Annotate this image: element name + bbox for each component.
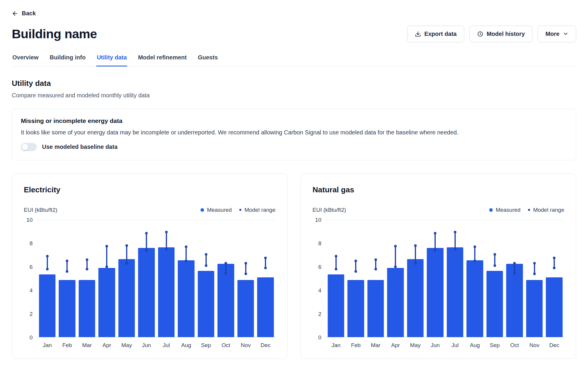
measured-bar-aug bbox=[467, 260, 483, 337]
measured-bar-jun bbox=[138, 248, 155, 337]
more-button[interactable]: More bbox=[538, 26, 576, 42]
model-range-high-dot-dec bbox=[264, 256, 267, 259]
model-range-line-jan bbox=[47, 256, 48, 269]
model-range-high-dot-apr bbox=[394, 245, 397, 248]
header-actions: Export data Model history More bbox=[407, 26, 576, 42]
model-range-line-apr bbox=[106, 246, 107, 267]
model-range-high-dot-jan bbox=[46, 255, 49, 257]
page-title: Building name bbox=[12, 27, 97, 41]
model-range-high-dot-aug bbox=[185, 246, 188, 248]
alert-body: It looks like some of your energy data m… bbox=[21, 129, 567, 136]
measured-bar-jan bbox=[39, 274, 56, 337]
model-range-line-jul bbox=[455, 232, 456, 249]
model-range-low-dot-sep bbox=[493, 264, 496, 267]
y-tick-label: 10 bbox=[315, 217, 321, 222]
chart-column-may bbox=[405, 220, 425, 337]
model-range-line-sep bbox=[206, 254, 207, 266]
y-tick-label: 2 bbox=[29, 311, 33, 316]
x-tick-label: Aug bbox=[465, 342, 485, 349]
model-range-low-dot-jun bbox=[145, 249, 148, 251]
model-range-high-dot-jul bbox=[165, 231, 168, 234]
model-range-high-dot-sep bbox=[205, 253, 207, 256]
chart-column-oct bbox=[216, 220, 236, 337]
model-range-low-dot-oct bbox=[513, 272, 516, 274]
legend-model-range-label: Model range bbox=[533, 207, 564, 213]
tab-overview[interactable]: Overview bbox=[12, 53, 39, 66]
model-range-low-dot-may bbox=[125, 262, 128, 264]
chevron-down-icon bbox=[563, 31, 569, 37]
x-tick-label: Feb bbox=[346, 342, 366, 349]
model-range-low-dot-mar bbox=[86, 268, 88, 270]
tab-building-info[interactable]: Building info bbox=[49, 53, 86, 66]
model-range-high-dot-nov bbox=[533, 262, 536, 264]
y-tick-label: 6 bbox=[29, 264, 33, 269]
y-axis: 0246810 bbox=[24, 220, 37, 337]
toggle-row: Use modeled baseline data bbox=[21, 143, 567, 151]
model-range-ring-icon bbox=[528, 209, 530, 211]
export-data-label: Export data bbox=[424, 31, 457, 37]
chart-column-jul bbox=[156, 220, 176, 337]
chart-column-may bbox=[117, 220, 137, 337]
model-range-high-dot-nov bbox=[244, 262, 247, 264]
model-range-low-dot-mar bbox=[374, 268, 377, 270]
y-tick-label: 6 bbox=[318, 264, 321, 269]
measured-bar-sep bbox=[486, 271, 503, 337]
chart-column-aug bbox=[465, 220, 485, 337]
export-data-button[interactable]: Export data bbox=[407, 26, 464, 42]
tab-utility-data[interactable]: Utility data bbox=[96, 53, 127, 66]
y-tick-label: 8 bbox=[29, 240, 33, 246]
measured-bar-may bbox=[118, 259, 135, 337]
toggle-knob bbox=[22, 144, 28, 150]
section-subtitle: Compare measured and modeled monthly uti… bbox=[12, 92, 576, 99]
model-range-high-dot-may bbox=[414, 244, 417, 247]
model-range-low-dot-jun bbox=[434, 249, 437, 251]
x-tick-label: Jun bbox=[137, 342, 157, 349]
use-modeled-baseline-toggle[interactable] bbox=[21, 143, 37, 151]
model-range-high-dot-jul bbox=[454, 231, 456, 234]
alert-title: Missing or incomplete energy data bbox=[21, 117, 567, 124]
model-range-low-dot-jan bbox=[46, 268, 49, 270]
x-tick-label: May bbox=[405, 342, 425, 349]
model-range-low-dot-dec bbox=[553, 266, 556, 269]
tab-model-refinement[interactable]: Model refinement bbox=[137, 53, 187, 66]
model-range-line-aug bbox=[474, 247, 475, 261]
measured-dot-icon bbox=[201, 208, 204, 212]
measured-bar-feb bbox=[59, 280, 76, 337]
y-tick-label: 4 bbox=[318, 287, 321, 293]
electricity-plot-area bbox=[37, 220, 275, 337]
y-axis-label: EUI (kBtu/ft2) bbox=[24, 207, 57, 213]
legend-measured-label: Measured bbox=[207, 207, 232, 213]
x-tick-label: Nov bbox=[236, 342, 256, 349]
legend-item-model-range: Model range bbox=[528, 207, 564, 213]
charts-row: Electricity EUI (kBtu/ft2) Measured Mode… bbox=[12, 173, 576, 368]
x-tick-label: Mar bbox=[77, 342, 97, 349]
model-range-line-apr bbox=[395, 246, 396, 267]
chart-legend: Measured Model range bbox=[489, 207, 564, 213]
tab-bar: Overview Building info Utility data Mode… bbox=[12, 53, 576, 66]
model-range-low-dot-feb bbox=[355, 270, 357, 273]
x-tick-label: Jan bbox=[326, 342, 346, 349]
chart-column-feb bbox=[346, 220, 366, 337]
chart-column-jan bbox=[326, 220, 346, 337]
legend-item-measured: Measured bbox=[489, 207, 521, 213]
model-range-high-dot-jan bbox=[335, 255, 337, 257]
measured-dot-icon bbox=[489, 208, 493, 212]
model-range-low-dot-apr bbox=[106, 265, 108, 268]
measured-bar-mar bbox=[367, 280, 384, 337]
model-history-button[interactable]: Model history bbox=[470, 26, 532, 42]
x-tick-label: Apr bbox=[97, 342, 117, 349]
y-tick-label: 8 bbox=[318, 240, 321, 246]
chart-title: Electricity bbox=[24, 185, 275, 194]
model-range-low-dot-feb bbox=[66, 270, 69, 273]
chart-column-jun bbox=[137, 220, 157, 337]
tab-guests[interactable]: Guests bbox=[197, 53, 218, 66]
model-range-low-dot-jan bbox=[335, 268, 337, 270]
back-link[interactable]: Back bbox=[12, 10, 36, 17]
model-range-low-dot-jul bbox=[165, 248, 168, 251]
model-range-low-dot-aug bbox=[474, 259, 476, 262]
model-range-high-dot-oct bbox=[513, 262, 516, 264]
measured-bar-jul bbox=[158, 247, 175, 337]
legend-item-measured: Measured bbox=[201, 207, 232, 213]
model-range-low-dot-aug bbox=[185, 259, 188, 262]
x-tick-label: Jul bbox=[156, 342, 176, 349]
